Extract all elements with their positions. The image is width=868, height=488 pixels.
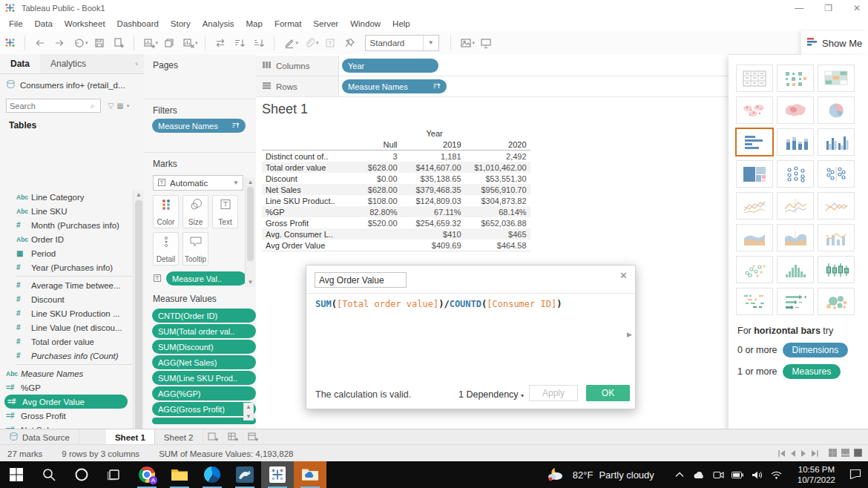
column-header-2020[interactable]: 2020 — [465, 139, 530, 151]
previous-page-icon[interactable] — [790, 449, 796, 458]
showme-text-table-icon[interactable] — [736, 65, 773, 92]
paperclip-caret-icon[interactable]: ▾ — [316, 40, 319, 46]
row-label[interactable]: Distinct count of.. — [262, 151, 339, 162]
tab-analytics[interactable]: Analytics — [40, 54, 96, 73]
marks-button-color[interactable]: Color — [153, 195, 179, 228]
show-me-header[interactable]: Show Me — [801, 31, 868, 55]
menu-dashboard[interactable]: Dashboard — [111, 19, 165, 28]
fit-mode-select[interactable]: Standard ▼ — [365, 35, 439, 51]
meet-now-icon[interactable] — [712, 471, 725, 479]
field-line-sku-production[interactable]: #Line SKU Production ... — [0, 306, 132, 320]
collapse-pane-icon[interactable]: ‹ — [129, 54, 144, 73]
mark-cell[interactable]: $304,873.82 — [465, 195, 530, 206]
new-dashboard-tab-button[interactable] — [223, 429, 243, 445]
menu-story[interactable]: Story — [165, 19, 197, 28]
restore-button[interactable]: ❐ — [824, 3, 832, 13]
duplicate-button[interactable] — [160, 35, 179, 51]
weather-widget[interactable]: 82°F Partly cloudy — [548, 466, 674, 484]
new-worksheet-tab-button[interactable] — [203, 429, 223, 445]
presentation-mode-button[interactable] — [476, 35, 496, 51]
showme-treemap-icon[interactable] — [736, 160, 773, 188]
mark-cell[interactable]: $108.00 — [339, 195, 401, 206]
mark-cell[interactable]: $0.00 — [339, 173, 401, 184]
menu-analysis[interactable]: Analysis — [197, 19, 240, 28]
showme-filled-map-icon[interactable] — [777, 96, 814, 124]
forward-button[interactable] — [50, 35, 69, 51]
mark-cell[interactable]: 68.14% — [465, 206, 530, 217]
taskbar-tableau[interactable] — [261, 461, 294, 488]
mark-cell[interactable]: $414,607.00 — [401, 162, 465, 173]
measure-pill-cntd-order-id[interactable]: CNTD(Order ID) — [152, 309, 256, 323]
showme-side-by-side-bars-icon[interactable] — [818, 128, 855, 156]
showme-histogram-icon[interactable] — [777, 256, 814, 283]
showme-packed-bubbles-icon[interactable] — [818, 288, 855, 315]
dialog-expand-icon[interactable]: ▶ — [627, 331, 632, 338]
field-purchases-info-count[interactable]: #Purchases info (Count) — [0, 349, 132, 363]
sort-ascending-button[interactable] — [230, 35, 249, 51]
close-button[interactable]: ✕ — [853, 3, 861, 13]
rows-pill-measure-names[interactable]: Measure Names — [342, 79, 447, 93]
showme-scatter-plot-icon[interactable] — [736, 256, 773, 283]
showme-box-and-whisker-icon[interactable] — [818, 256, 855, 283]
marks-button-detail[interactable]: Detail — [153, 232, 179, 266]
undo-caret-icon[interactable]: ▾ — [85, 40, 88, 46]
field-line-category[interactable]: AbcLine Category — [0, 190, 132, 204]
tab-sheet-2[interactable]: Sheet 2 — [155, 429, 203, 445]
dependency-dropdown[interactable]: 1 Dependency ▾ — [458, 389, 524, 400]
clock[interactable]: 10:56 PM 10/7/2022 — [798, 464, 835, 485]
mark-type-select[interactable]: Automatic ▼ — [153, 175, 243, 191]
menu-file[interactable]: File — [3, 19, 29, 28]
mark-cell[interactable]: $628.00 — [339, 184, 401, 195]
field-period[interactable]: ▦Period — [0, 246, 132, 260]
measure-pill-sum-total-order-val[interactable]: SUM(Total order val.. — [152, 324, 256, 338]
showme-dual-combination-icon[interactable] — [818, 224, 855, 251]
taskbar-chrome[interactable]: A — [131, 461, 163, 488]
showme-area-discrete-icon[interactable] — [777, 224, 814, 251]
back-button[interactable] — [30, 35, 50, 51]
mark-cell[interactable]: $1,010,462.00 — [465, 162, 530, 173]
showme-symbol-map-icon[interactable] — [736, 96, 773, 124]
showme-heat-map-icon[interactable] — [777, 65, 814, 92]
measure-pill-agg-gp[interactable]: AGG(%GP) — [152, 386, 256, 400]
first-page-icon[interactable] — [778, 449, 786, 458]
measure-pill-sum-line-sku-prod[interactable]: SUM(Line SKU Prod.. — [152, 371, 256, 385]
column-header-null[interactable]: Null — [339, 139, 401, 151]
measure-pill-agg-net-sales[interactable]: AGG(Net Sales) — [152, 355, 256, 369]
field-discount[interactable]: #Discount — [0, 292, 132, 306]
marks-button-tooltip[interactable]: Tooltip — [183, 232, 208, 266]
mark-cell[interactable]: $628.00 — [339, 162, 401, 173]
column-header-2019[interactable]: 2019 — [401, 139, 465, 151]
mark-cell[interactable]: $379,468.35 — [401, 184, 465, 195]
field-order-id[interactable]: AbcOrder ID — [0, 232, 132, 246]
menu-help[interactable]: Help — [387, 19, 416, 28]
show-mark-labels-button[interactable] — [320, 35, 340, 51]
marks-button-size[interactable]: Size — [183, 195, 208, 228]
mark-cell[interactable] — [339, 228, 401, 240]
next-page-icon[interactable] — [800, 449, 806, 458]
row-label[interactable]: %GP — [262, 206, 339, 217]
view-options-icon[interactable]: ▦ — [116, 102, 123, 110]
measure-values-scrollbar[interactable]: ▲ ▼ — [243, 403, 254, 421]
swap-axes-button[interactable] — [211, 35, 230, 51]
row-label[interactable]: Line SKU Product.. — [262, 195, 339, 206]
minimize-button[interactable]: — — [795, 3, 803, 13]
view-options-caret-icon[interactable]: ▾ — [127, 103, 130, 109]
marks-pill-measure-values[interactable]: Measure Val.. — [166, 271, 246, 286]
menu-worksheet[interactable]: Worksheet — [59, 19, 111, 28]
menu-server[interactable]: Server — [307, 19, 344, 28]
mark-cell[interactable]: $254,659.32 — [401, 217, 465, 228]
taskbar-files-app[interactable] — [294, 461, 326, 488]
mark-cell[interactable]: $956,910.70 — [465, 184, 530, 195]
taskbar-task-view[interactable] — [98, 461, 131, 488]
new-story-tab-button[interactable] — [243, 429, 263, 445]
taskbar-start[interactable] — [0, 461, 33, 488]
highlight-caret-icon[interactable]: ▾ — [296, 40, 299, 46]
year-header[interactable]: Year — [339, 128, 530, 139]
tab-sheet-1[interactable]: Sheet 1 — [106, 429, 155, 445]
marks-button-text[interactable]: Text — [212, 195, 238, 228]
row-label[interactable]: Avg. Consumer L.. — [262, 228, 339, 240]
showme-circle-views-icon[interactable] — [777, 160, 814, 188]
show-filmstrip-view-icon[interactable] — [841, 449, 849, 458]
field-measure-names[interactable]: AbcMeasure Names — [0, 366, 132, 380]
showme-dual-lines-icon[interactable] — [818, 192, 855, 220]
